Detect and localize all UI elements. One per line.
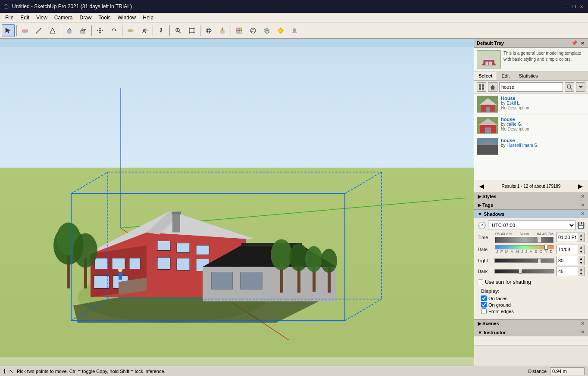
edit-tab[interactable]: Edit: [497, 71, 514, 80]
paint-tool-button[interactable]: [63, 24, 76, 37]
from-edges-label[interactable]: From edges: [488, 309, 514, 314]
date-slider-track[interactable]: [495, 245, 554, 249]
light-slider-track[interactable]: [494, 258, 554, 263]
dark-spin-up[interactable]: ▲: [578, 267, 584, 271]
tags-close-icon[interactable]: ✕: [581, 202, 585, 208]
light-spin-up[interactable]: ▲: [578, 256, 584, 261]
menu-help[interactable]: Help: [139, 14, 157, 22]
search-nav-button[interactable]: [576, 82, 585, 92]
select-tab[interactable]: Select: [474, 71, 497, 80]
result-item-1[interactable]: House by Eskil L. No Description: [474, 94, 588, 115]
walk-tool-button[interactable]: [155, 24, 168, 37]
time-slider-thumb[interactable]: [537, 237, 541, 243]
light-label: Light: [478, 258, 493, 263]
search-button[interactable]: [565, 82, 574, 92]
orbit-tool-button[interactable]: [202, 24, 215, 37]
select-tool-button[interactable]: [2, 24, 15, 37]
result-author-2[interactable]: callie G.: [507, 122, 522, 127]
dark-slider-track[interactable]: [494, 269, 554, 273]
result-author-3[interactable]: Husenil Imam S.: [507, 143, 538, 148]
components-tool-button[interactable]: [233, 24, 246, 37]
tape-measure-tool-button[interactable]: [124, 24, 137, 37]
time-slider-track[interactable]: [495, 237, 554, 243]
statistics-tab[interactable]: Statistics: [514, 71, 542, 80]
viewport[interactable]: [0, 39, 474, 366]
tray-controls[interactable]: 📌 ✕: [571, 40, 585, 46]
menu-tools[interactable]: Tools: [95, 14, 114, 22]
materials-tool-button[interactable]: [247, 24, 260, 37]
dark-slider-thumb[interactable]: [519, 269, 522, 274]
scenes-label: ▶ Scenes: [478, 321, 499, 326]
menu-file[interactable]: File: [2, 14, 17, 22]
profile-tool-button[interactable]: [288, 24, 301, 37]
menu-window[interactable]: Window: [114, 14, 140, 22]
menu-view[interactable]: View: [33, 14, 51, 22]
use-sun-checkbox[interactable]: [478, 280, 483, 285]
tray-pin-button[interactable]: 📌: [571, 40, 578, 46]
shadows-display-button[interactable]: [274, 24, 287, 37]
date-slider-thumb[interactable]: [544, 245, 548, 250]
on-faces-checkbox[interactable]: [481, 295, 487, 301]
svg-rect-115: [483, 60, 494, 65]
shadows-close-icon[interactable]: ✕: [581, 211, 585, 217]
light-spin-down[interactable]: ▼: [578, 261, 584, 265]
shadows-header[interactable]: ▼ Shadows ✕: [474, 210, 588, 218]
zoom-extents-tool-button[interactable]: [185, 24, 198, 37]
on-ground-label[interactable]: On ground: [488, 302, 511, 308]
layers-tool-button[interactable]: [260, 24, 273, 37]
maximize-button[interactable]: ❐: [571, 3, 577, 9]
light-value-input[interactable]: [557, 256, 578, 265]
instructor-close-icon[interactable]: ✕: [581, 329, 585, 335]
result-item-3[interactable]: house by Husenil Imam S.: [474, 136, 588, 157]
dark-value-input[interactable]: [557, 267, 578, 276]
info-icon[interactable]: ℹ: [3, 368, 6, 375]
scenes-header[interactable]: ▶ Scenes ✕: [474, 320, 588, 328]
search-input[interactable]: [499, 82, 563, 92]
distance-input[interactable]: [550, 367, 585, 375]
pan-tool-button[interactable]: [216, 24, 229, 37]
menu-draw[interactable]: Draw: [76, 14, 95, 22]
result-title-3[interactable]: house: [501, 138, 538, 143]
date-spin-up[interactable]: ▲: [578, 245, 584, 249]
use-sun-label[interactable]: Use sun for shading: [485, 279, 531, 285]
save-timezone-icon[interactable]: 💾: [577, 222, 585, 229]
line-tool-button[interactable]: [32, 24, 45, 37]
rotate-tool-button[interactable]: [107, 24, 120, 37]
result-title-2[interactable]: house: [501, 117, 529, 122]
dark-spin-down[interactable]: ▼: [578, 271, 584, 276]
window-controls[interactable]: — ❐ ✕: [563, 3, 585, 9]
close-button[interactable]: ✕: [579, 3, 585, 9]
tray-close-button[interactable]: ✕: [579, 40, 585, 46]
styles-close-icon[interactable]: ✕: [581, 194, 585, 199]
scenes-close-icon[interactable]: ✕: [581, 321, 585, 326]
minimize-button[interactable]: —: [563, 3, 569, 9]
text-tool-button[interactable]: Abc: [138, 24, 151, 37]
tags-header[interactable]: ▶ Tags ✕: [474, 201, 588, 209]
on-faces-label[interactable]: On faces: [488, 296, 507, 301]
result-author-1[interactable]: Eskil L.: [507, 101, 520, 106]
time-spin-up[interactable]: ▲: [578, 233, 584, 237]
instructor-header[interactable]: ▼ Instructor ✕: [474, 328, 588, 336]
light-slider-thumb[interactable]: [538, 258, 541, 263]
home-button[interactable]: [488, 82, 497, 92]
result-title-1[interactable]: House: [501, 96, 529, 101]
date-value-input[interactable]: [557, 245, 578, 254]
result-item-2[interactable]: house by callie G. No Description: [474, 115, 588, 136]
grid-view-button[interactable]: [477, 82, 486, 92]
styles-header[interactable]: ▶ Styles ✕: [474, 193, 588, 201]
menu-edit[interactable]: Edit: [17, 14, 33, 22]
shapes-tool-button[interactable]: [46, 24, 59, 37]
menu-camera[interactable]: Camera: [51, 14, 76, 22]
date-spin-down[interactable]: ▼: [578, 249, 584, 254]
push-pull-tool-button[interactable]: [77, 24, 90, 37]
time-spin-down[interactable]: ▼: [578, 237, 584, 242]
nav-next-button[interactable]: ▶: [575, 182, 585, 190]
timezone-select[interactable]: UTC-07:00: [488, 221, 575, 230]
from-edges-checkbox[interactable]: [481, 308, 487, 314]
zoom-tool-button[interactable]: [172, 24, 185, 37]
eraser-tool-button[interactable]: [19, 24, 31, 37]
time-value-input[interactable]: [557, 233, 578, 242]
on-ground-checkbox[interactable]: [481, 302, 487, 308]
nav-prev-button[interactable]: ◀: [477, 182, 487, 190]
move-tool-button[interactable]: [94, 24, 106, 37]
